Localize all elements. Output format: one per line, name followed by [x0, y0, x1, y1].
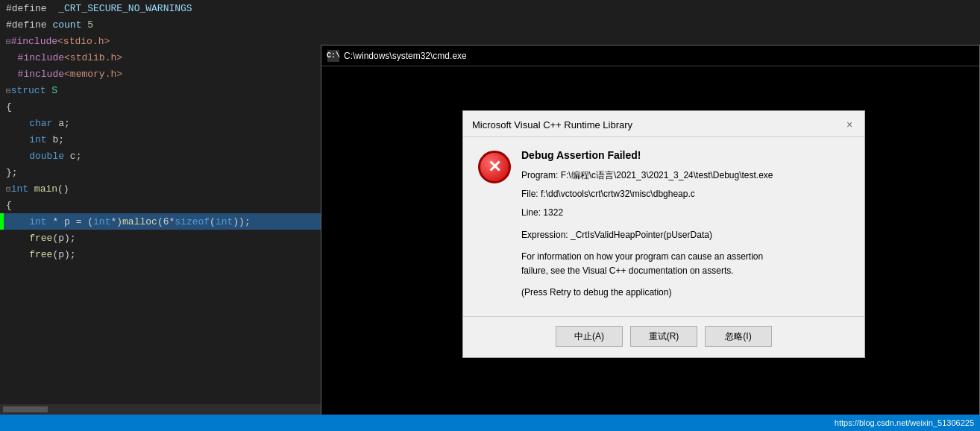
dialog-titlebar: Microsoft Visual C++ Runtime Library × [463, 111, 864, 137]
code-line-12: ⊟int main() [0, 180, 321, 197]
code-line-7: { [0, 98, 321, 115]
runtime-error-dialog: Microsoft Visual C++ Runtime Library × ✕… [462, 110, 865, 358]
status-bar: https://blog.csdn.net/weixin_51306225 [0, 415, 980, 431]
dialog-buttons: 中止(A) 重试(R) 忽略(I) [463, 316, 864, 357]
dialog-body: ✕ Debug Assertion Failed! Program: F:\编程… [463, 137, 864, 316]
program-info: Program: F:\编程\c语言\2021_3\2021_3_24\test… [521, 169, 849, 183]
code-line-13: { [0, 197, 321, 213]
retry-hint: (Press Retry to debug the application) [521, 286, 849, 300]
cmd-titlebar: C:\ C:\windows\system32\cmd.exe [321, 45, 979, 66]
code-line-6: ⊟struct S [0, 82, 321, 98]
code-line-5: #include<memory.h> [0, 66, 321, 82]
error-icon: ✕ [478, 151, 511, 183]
code-line-8: char a; [0, 115, 321, 131]
editor-scrollbar[interactable] [0, 404, 321, 415]
code-line-14: int * p = (int*)malloc(6*sizeof(int)); [0, 213, 321, 230]
abort-button[interactable]: 中止(A) [556, 326, 623, 347]
info-text: For information on how your program can … [521, 250, 849, 278]
code-line-15: free(p); [0, 230, 321, 246]
code-line-16: free(p); [0, 246, 321, 262]
code-line-4: #include<stdlib.h> [0, 49, 321, 66]
code-line-9: int b; [0, 131, 321, 148]
breakpoint-indicator [0, 213, 4, 230]
code-line-2: #define count 5 [0, 16, 321, 33]
dialog-title: Microsoft Visual C++ Runtime Library [472, 119, 632, 130]
code-editor: #define _CRT_SECURE_NO_WARNINGS #define … [0, 0, 321, 431]
dialog-close-button[interactable]: × [842, 117, 857, 132]
file-info: File: f:\dd\vctools\crt\crtw32\misc\dbgh… [521, 187, 849, 201]
cmd-icon: C:\ [327, 50, 339, 62]
dialog-content: Debug Assertion Failed! Program: F:\编程\c… [521, 149, 849, 304]
code-line-3: ⊟#include<stdio.h> [0, 33, 321, 49]
code-line-10: double c; [0, 148, 321, 164]
code-line-1: #define _CRT_SECURE_NO_WARNINGS [0, 0, 321, 16]
cmd-title: C:\windows\system32\cmd.exe [344, 51, 467, 61]
error-icon-circle: ✕ [478, 151, 511, 183]
assertion-title: Debug Assertion Failed! [521, 149, 849, 161]
retry-button[interactable]: 重试(R) [630, 326, 697, 347]
scroll-thumb[interactable] [3, 406, 48, 412]
line-info: Line: 1322 [521, 206, 849, 220]
code-line-11: }; [0, 164, 321, 180]
status-url: https://blog.csdn.net/weixin_51306225 [835, 418, 974, 427]
expression-info: Expression: _CrtIsValidHeapPointer(pUser… [521, 228, 849, 242]
ignore-button[interactable]: 忽略(I) [705, 326, 772, 347]
